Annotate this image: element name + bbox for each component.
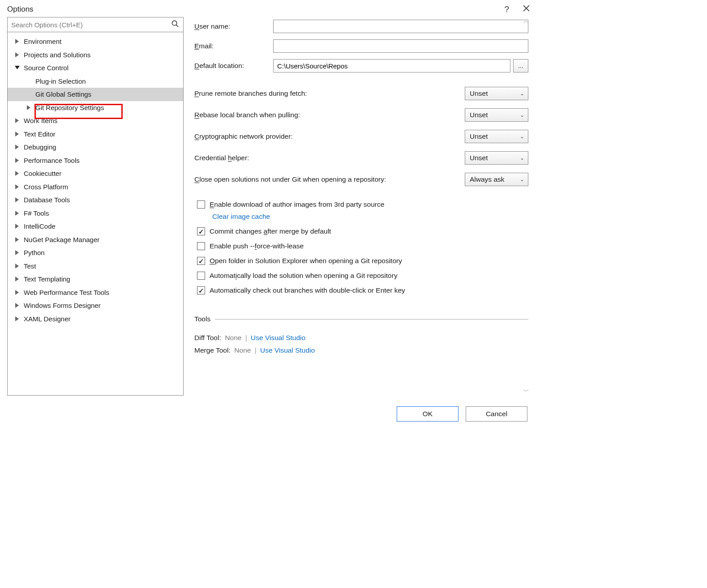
rebase-select[interactable]: Unset⌄: [465, 108, 528, 122]
tree-item-projects-and-solutions[interactable]: Projects and Solutions: [8, 48, 183, 62]
prune-label: Prune remote branches during fetch:: [194, 89, 465, 98]
enable-download-checkbox[interactable]: [197, 200, 205, 209]
tools-header: Tools: [194, 315, 210, 323]
svg-marker-7: [27, 105, 30, 110]
tree-item-git-repository-settings[interactable]: Git Repository Settings: [8, 101, 183, 115]
tree-item-text-editor[interactable]: Text Editor: [8, 128, 183, 141]
tree-item-winforms[interactable]: Windows Forms Designer: [8, 299, 183, 312]
default-location-label: Default location:: [194, 62, 273, 70]
tree-item-nuget[interactable]: NuGet Package Manager: [8, 233, 183, 247]
diff-use-vs-link[interactable]: Use Visual Studio: [251, 334, 305, 341]
svg-marker-14: [15, 197, 19, 202]
tree-item-test[interactable]: Test: [8, 260, 183, 273]
credential-helper-label: Credential helper:: [194, 154, 465, 162]
username-label: User name:: [194, 22, 273, 30]
close-solutions-select[interactable]: Always ask⌄: [465, 173, 528, 186]
svg-marker-11: [15, 158, 19, 163]
merge-use-vs-link[interactable]: Use Visual Studio: [260, 346, 315, 354]
tree-item-source-control[interactable]: Source Control: [8, 61, 183, 75]
tree-item-text-templating[interactable]: Text Templating: [8, 273, 183, 286]
svg-marker-6: [15, 66, 20, 69]
svg-marker-19: [15, 264, 19, 268]
enable-download-label: Enable download of author images from 3r…: [210, 200, 384, 209]
default-location-input[interactable]: [273, 59, 510, 72]
crypto-select[interactable]: Unset⌄: [465, 130, 528, 143]
svg-marker-20: [15, 277, 19, 281]
tree-item-fsharp-tools[interactable]: F# Tools: [8, 207, 183, 220]
tree-item-python[interactable]: Python: [8, 246, 183, 260]
tree-item-database-tools[interactable]: Database Tools: [8, 193, 183, 207]
svg-point-2: [172, 21, 176, 25]
svg-marker-23: [15, 316, 19, 321]
svg-marker-4: [15, 39, 19, 44]
scroll-down-icon[interactable]: ﹀: [522, 388, 530, 396]
crypto-label: Cryptographic network provider:: [194, 132, 465, 141]
tree-item-environment[interactable]: Environment: [8, 35, 183, 48]
tree-item-debugging[interactable]: Debugging: [8, 141, 183, 154]
search-input-wrap[interactable]: [7, 17, 184, 32]
commit-after-merge-label: Commit changes after merge by default: [210, 227, 331, 235]
svg-marker-5: [15, 52, 19, 57]
clear-image-cache-link[interactable]: Clear image cache: [212, 213, 270, 221]
svg-line-3: [176, 25, 179, 27]
credential-helper-select[interactable]: Unset⌄: [465, 151, 528, 165]
svg-marker-15: [15, 211, 19, 216]
dialog-title: Options: [7, 5, 34, 14]
close-solutions-label: Close open solutions not under Git when …: [194, 175, 465, 183]
chevron-down-icon: ⌄: [520, 133, 524, 140]
divider: [215, 319, 528, 320]
svg-marker-9: [15, 132, 19, 136]
chevron-down-icon: ⌄: [520, 90, 524, 97]
tree-item-cross-platform[interactable]: Cross Platform: [8, 180, 183, 194]
email-label: Email:: [194, 42, 273, 50]
tree-item-performance-tools[interactable]: Performance Tools: [8, 154, 183, 167]
force-with-lease-label: Enable push --force-with-lease: [210, 242, 304, 250]
svg-marker-12: [15, 171, 19, 176]
auto-load-solution-label: Automatically load the solution when ope…: [210, 272, 398, 280]
search-input[interactable]: [8, 19, 167, 30]
tree-item-web-perf[interactable]: Web Performance Test Tools: [8, 286, 183, 299]
commit-after-merge-checkbox[interactable]: [197, 227, 205, 235]
rebase-label: Rebase local branch when pulling:: [194, 111, 465, 119]
svg-marker-17: [15, 237, 19, 242]
svg-marker-10: [15, 145, 19, 149]
scroll-up-icon[interactable]: ︿: [522, 17, 530, 25]
merge-tool-line: Merge Tool: None | Use Visual Studio: [194, 346, 528, 354]
tree-item-plugin-selection[interactable]: ·Plug-in Selection: [8, 75, 183, 88]
tree-item-git-global-settings[interactable]: ·Git Global Settings: [8, 88, 183, 101]
svg-marker-21: [15, 290, 19, 295]
diff-tool-line: Diff Tool: None | Use Visual Studio: [194, 334, 528, 342]
force-with-lease-checkbox[interactable]: [197, 242, 205, 250]
svg-marker-18: [15, 250, 19, 255]
prune-select[interactable]: Unset⌄: [465, 87, 528, 100]
tree-item-work-items[interactable]: Work Items: [8, 114, 183, 128]
tree-item-cookiecutter[interactable]: Cookiecutter: [8, 167, 183, 180]
auto-checkout-checkbox[interactable]: [197, 286, 205, 294]
svg-marker-8: [15, 118, 19, 123]
chevron-down-icon: ⌄: [520, 155, 524, 161]
ok-button[interactable]: OK: [397, 406, 458, 422]
chevron-down-icon: ⌄: [520, 112, 524, 118]
nav-tree[interactable]: Environment Projects and Solutions Sourc…: [7, 32, 184, 396]
open-folder-label: Open folder in Solution Explorer when op…: [210, 257, 402, 265]
svg-marker-22: [15, 303, 19, 308]
tree-item-intellicode[interactable]: IntelliCode: [8, 220, 183, 233]
open-folder-checkbox[interactable]: [197, 257, 205, 265]
email-input[interactable]: [273, 39, 528, 53]
browse-button[interactable]: ...: [513, 59, 528, 72]
svg-marker-16: [15, 224, 19, 229]
chevron-down-icon: ⌄: [520, 176, 524, 183]
auto-checkout-label: Automatically check out branches with do…: [210, 286, 405, 294]
svg-marker-13: [15, 184, 19, 189]
tree-item-xaml[interactable]: XAML Designer: [8, 312, 183, 326]
help-icon[interactable]: ?: [504, 4, 509, 14]
close-icon[interactable]: [523, 4, 530, 14]
search-icon: [171, 20, 180, 30]
username-input[interactable]: [273, 20, 528, 33]
cancel-button[interactable]: Cancel: [466, 406, 527, 422]
auto-load-solution-checkbox[interactable]: [197, 272, 205, 280]
